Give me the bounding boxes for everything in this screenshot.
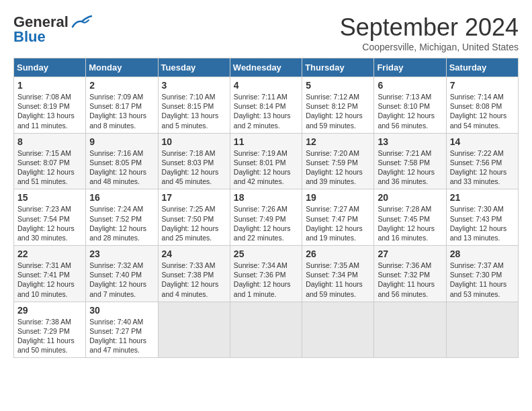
calendar-week-2: 8Sunrise: 7:15 AM Sunset: 8:07 PM Daylig…: [14, 133, 519, 189]
day-info: Sunrise: 7:32 AM Sunset: 7:40 PM Dayligh…: [89, 261, 154, 299]
day-info: Sunrise: 7:16 AM Sunset: 8:05 PM Dayligh…: [89, 148, 154, 187]
day-info: Sunrise: 7:27 AM Sunset: 7:47 PM Dayligh…: [306, 204, 370, 242]
day-number: 22: [17, 248, 82, 259]
day-number: 12: [306, 136, 370, 147]
weekday-header-saturday: Saturday: [446, 58, 518, 77]
calendar-day-10: 10Sunrise: 7:18 AM Sunset: 8:03 PM Dayli…: [158, 133, 230, 189]
calendar-day-17: 17Sunrise: 7:25 AM Sunset: 7:50 PM Dayli…: [158, 189, 230, 246]
day-number: 17: [162, 192, 226, 203]
calendar-day-3: 3Sunrise: 7:10 AM Sunset: 8:15 PM Daylig…: [158, 77, 230, 134]
day-number: 24: [162, 248, 226, 259]
calendar-week-3: 15Sunrise: 7:23 AM Sunset: 7:54 PM Dayli…: [14, 189, 519, 246]
title-area: September 2024 Coopersville, Michigan, U…: [340, 13, 519, 52]
day-info: Sunrise: 7:33 AM Sunset: 7:38 PM Dayligh…: [162, 261, 226, 299]
calendar-day-26: 26Sunrise: 7:35 AM Sunset: 7:34 PM Dayli…: [302, 246, 374, 302]
calendar-day-30: 30Sunrise: 7:40 AM Sunset: 7:27 PM Dayli…: [86, 302, 158, 358]
day-info: Sunrise: 7:24 AM Sunset: 7:52 PM Dayligh…: [89, 204, 154, 242]
calendar-day-8: 8Sunrise: 7:15 AM Sunset: 8:07 PM Daylig…: [14, 133, 86, 189]
calendar-day-2: 2Sunrise: 7:09 AM Sunset: 8:17 PM Daylig…: [86, 77, 158, 134]
location: Coopersville, Michigan, United States: [340, 42, 519, 52]
weekday-header-sunday: Sunday: [14, 58, 86, 77]
day-info: Sunrise: 7:30 AM Sunset: 7:43 PM Dayligh…: [450, 204, 515, 242]
calendar-day-14: 14Sunrise: 7:22 AM Sunset: 7:56 PM Dayli…: [446, 133, 518, 189]
day-info: Sunrise: 7:12 AM Sunset: 8:12 PM Dayligh…: [306, 92, 370, 130]
day-info: Sunrise: 7:28 AM Sunset: 7:45 PM Dayligh…: [378, 204, 442, 242]
day-number: 4: [234, 80, 298, 91]
day-number: 6: [378, 80, 442, 91]
day-number: 15: [17, 192, 82, 203]
day-number: 30: [89, 305, 154, 316]
calendar-day-29: 29Sunrise: 7:38 AM Sunset: 7:29 PM Dayli…: [14, 302, 86, 358]
day-info: Sunrise: 7:08 AM Sunset: 8:19 PM Dayligh…: [17, 92, 82, 130]
calendar-day-28: 28Sunrise: 7:37 AM Sunset: 7:30 PM Dayli…: [446, 246, 518, 302]
weekday-header-monday: Monday: [86, 58, 158, 77]
day-number: 11: [234, 136, 298, 147]
day-info: Sunrise: 7:10 AM Sunset: 8:15 PM Dayligh…: [162, 92, 226, 130]
day-number: 2: [89, 80, 154, 91]
empty-cell: [302, 302, 374, 358]
day-info: Sunrise: 7:15 AM Sunset: 8:07 PM Dayligh…: [17, 148, 82, 187]
day-number: 18: [234, 192, 298, 203]
calendar-week-5: 29Sunrise: 7:38 AM Sunset: 7:29 PM Dayli…: [14, 302, 519, 358]
day-info: Sunrise: 7:21 AM Sunset: 7:58 PM Dayligh…: [378, 148, 442, 187]
calendar-day-4: 4Sunrise: 7:11 AM Sunset: 8:14 PM Daylig…: [230, 77, 302, 134]
day-info: Sunrise: 7:31 AM Sunset: 7:41 PM Dayligh…: [17, 261, 82, 299]
day-number: 14: [450, 136, 515, 147]
calendar-day-16: 16Sunrise: 7:24 AM Sunset: 7:52 PM Dayli…: [86, 189, 158, 246]
calendar-day-12: 12Sunrise: 7:20 AM Sunset: 7:59 PM Dayli…: [302, 133, 374, 189]
day-info: Sunrise: 7:18 AM Sunset: 8:03 PM Dayligh…: [162, 148, 226, 187]
day-number: 1: [17, 80, 82, 91]
day-number: 23: [89, 248, 154, 259]
logo-blue-text: Blue: [13, 28, 46, 46]
day-info: Sunrise: 7:26 AM Sunset: 7:49 PM Dayligh…: [234, 204, 298, 242]
day-info: Sunrise: 7:34 AM Sunset: 7:36 PM Dayligh…: [234, 261, 298, 299]
day-info: Sunrise: 7:20 AM Sunset: 7:59 PM Dayligh…: [306, 148, 370, 187]
day-info: Sunrise: 7:09 AM Sunset: 8:17 PM Dayligh…: [89, 92, 154, 130]
empty-cell: [446, 302, 518, 358]
day-number: 20: [378, 192, 442, 203]
calendar-day-1: 1Sunrise: 7:08 AM Sunset: 8:19 PM Daylig…: [14, 77, 86, 134]
weekday-header-wednesday: Wednesday: [230, 58, 302, 77]
header: General Blue September 2024 Coopersville…: [13, 13, 519, 52]
day-info: Sunrise: 7:13 AM Sunset: 8:10 PM Dayligh…: [378, 92, 442, 130]
day-info: Sunrise: 7:36 AM Sunset: 7:32 PM Dayligh…: [378, 261, 442, 299]
calendar-day-27: 27Sunrise: 7:36 AM Sunset: 7:32 PM Dayli…: [374, 246, 446, 302]
day-number: 29: [17, 305, 82, 316]
day-info: Sunrise: 7:35 AM Sunset: 7:34 PM Dayligh…: [306, 261, 370, 299]
day-number: 27: [378, 248, 442, 259]
calendar-day-7: 7Sunrise: 7:14 AM Sunset: 8:08 PM Daylig…: [446, 77, 518, 134]
calendar-day-23: 23Sunrise: 7:32 AM Sunset: 7:40 PM Dayli…: [86, 246, 158, 302]
empty-cell: [374, 302, 446, 358]
day-info: Sunrise: 7:19 AM Sunset: 8:01 PM Dayligh…: [234, 148, 298, 187]
day-info: Sunrise: 7:22 AM Sunset: 7:56 PM Dayligh…: [450, 148, 515, 187]
logo-bird-icon: [71, 15, 93, 30]
weekday-header-tuesday: Tuesday: [158, 58, 230, 77]
day-number: 21: [450, 192, 515, 203]
calendar-week-1: 1Sunrise: 7:08 AM Sunset: 8:19 PM Daylig…: [14, 77, 519, 134]
calendar-day-21: 21Sunrise: 7:30 AM Sunset: 7:43 PM Dayli…: [446, 189, 518, 246]
day-number: 13: [378, 136, 442, 147]
calendar-day-18: 18Sunrise: 7:26 AM Sunset: 7:49 PM Dayli…: [230, 189, 302, 246]
empty-cell: [230, 302, 302, 358]
day-number: 26: [306, 248, 370, 259]
calendar-day-9: 9Sunrise: 7:16 AM Sunset: 8:05 PM Daylig…: [86, 133, 158, 189]
calendar-body: 1Sunrise: 7:08 AM Sunset: 8:19 PM Daylig…: [14, 77, 519, 358]
day-number: 8: [17, 136, 82, 147]
calendar: SundayMondayTuesdayWednesdayThursdayFrid…: [13, 58, 519, 358]
day-info: Sunrise: 7:40 AM Sunset: 7:27 PM Dayligh…: [89, 317, 154, 355]
calendar-day-20: 20Sunrise: 7:28 AM Sunset: 7:45 PM Dayli…: [374, 189, 446, 246]
calendar-day-6: 6Sunrise: 7:13 AM Sunset: 8:10 PM Daylig…: [374, 77, 446, 134]
day-info: Sunrise: 7:25 AM Sunset: 7:50 PM Dayligh…: [162, 204, 226, 242]
calendar-day-22: 22Sunrise: 7:31 AM Sunset: 7:41 PM Dayli…: [14, 246, 86, 302]
day-number: 28: [450, 248, 515, 259]
day-number: 9: [89, 136, 154, 147]
logo: General Blue: [13, 13, 93, 46]
day-info: Sunrise: 7:11 AM Sunset: 8:14 PM Dayligh…: [234, 92, 298, 130]
weekday-header-row: SundayMondayTuesdayWednesdayThursdayFrid…: [14, 58, 519, 77]
day-number: 25: [234, 248, 298, 259]
day-number: 16: [89, 192, 154, 203]
calendar-week-4: 22Sunrise: 7:31 AM Sunset: 7:41 PM Dayli…: [14, 246, 519, 302]
month-title: September 2024: [340, 13, 519, 42]
day-number: 7: [450, 80, 515, 91]
calendar-day-15: 15Sunrise: 7:23 AM Sunset: 7:54 PM Dayli…: [14, 189, 86, 246]
